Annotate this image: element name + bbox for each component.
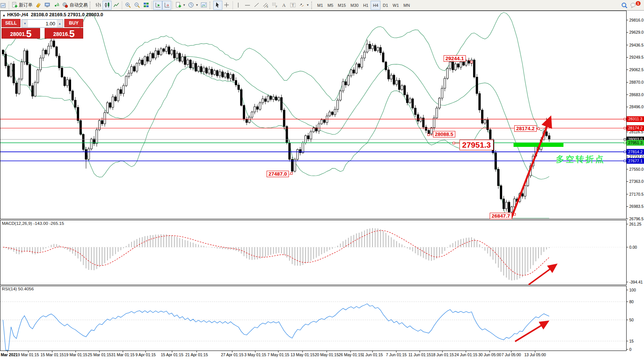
svg-text:28496.0: 28496.0 xyxy=(629,104,644,109)
timeframe-m15[interactable]: M15 xyxy=(335,1,348,10)
sell-price[interactable]: 28001.5 xyxy=(2,28,40,39)
indicators-dropdown[interactable] xyxy=(200,1,209,10)
svg-text:100: 100 xyxy=(629,288,636,292)
volume-increase-button[interactable]: ▲ xyxy=(57,20,63,27)
new-order-dropdown-icon xyxy=(175,2,182,8)
tile-windows-button[interactable] xyxy=(141,1,151,10)
charts-button[interactable] xyxy=(0,1,8,10)
separator xyxy=(122,1,122,9)
vertical-line-icon xyxy=(235,2,242,8)
crosshair-button[interactable] xyxy=(222,1,231,10)
timeframe-w1[interactable]: W1 xyxy=(390,1,401,10)
svg-text:20 May 01:15: 20 May 01:15 xyxy=(315,352,339,357)
vertical-line-button[interactable] xyxy=(234,1,243,10)
cursor-button[interactable] xyxy=(213,1,222,10)
svg-text:29816.0: 29816.0 xyxy=(629,18,644,22)
chat-badge: 1 xyxy=(636,1,641,6)
horizontal-line-button[interactable] xyxy=(243,1,252,10)
svg-text:13 Jul 05:00: 13 Jul 05:00 xyxy=(524,352,546,357)
sell-button[interactable]: SELL xyxy=(2,19,20,27)
signals-button[interactable] xyxy=(52,1,61,10)
text-button[interactable]: A xyxy=(279,1,289,10)
svg-text:T: T xyxy=(292,3,294,7)
svg-text:28003.0: 28003.0 xyxy=(628,137,642,142)
equidistant-channel-button[interactable]: E xyxy=(261,1,270,10)
price-callout[interactable]: 28088.5 xyxy=(433,131,455,137)
fibonacci-button[interactable]: F xyxy=(270,1,279,10)
price-callout[interactable]: 27487.0 xyxy=(267,171,289,177)
timeframe-h4[interactable]: H4 xyxy=(371,1,380,10)
price-callout[interactable]: 27951.3 xyxy=(459,140,493,150)
styler-icon xyxy=(35,2,42,8)
autotrading-icon xyxy=(62,2,68,8)
svg-text:0: 0 xyxy=(629,347,632,352)
svg-text:27 Apr 01:15: 27 Apr 01:15 xyxy=(221,352,244,357)
auto-scroll-button[interactable] xyxy=(153,1,162,10)
metaeditor-button[interactable] xyxy=(43,1,52,10)
svg-text:27677.1: 27677.1 xyxy=(628,159,642,163)
svg-text:E: E xyxy=(267,5,268,8)
zoom-in-button[interactable] xyxy=(123,1,132,10)
tile-windows-icon xyxy=(143,2,149,8)
period-dropdown[interactable]: ▼ xyxy=(187,1,200,10)
timeframe-d1[interactable]: D1 xyxy=(380,1,390,10)
trader-note[interactable]: 多空转折点 xyxy=(556,154,605,165)
svg-text:7 Jul 05:00: 7 Jul 05:00 xyxy=(501,352,521,357)
chart-icon: ▲ xyxy=(2,13,6,17)
new-order-button[interactable]: 新订单 xyxy=(10,1,34,10)
svg-text:27737.0: 27737.0 xyxy=(629,154,644,159)
bar-chart-button[interactable] xyxy=(93,1,102,10)
svg-text:29062.5: 29062.5 xyxy=(629,67,644,72)
svg-text:7 May 01:15: 7 May 01:15 xyxy=(267,352,289,357)
buy-button[interactable]: BUY xyxy=(64,19,83,27)
zoom-out-button[interactable] xyxy=(132,1,141,10)
text-label-button[interactable]: T xyxy=(289,1,298,10)
bar-chart-icon xyxy=(95,2,101,8)
metaeditor-icon xyxy=(44,2,51,8)
fibonacci-icon: F xyxy=(272,2,278,8)
volume-decrease-button[interactable]: ▼ xyxy=(22,20,28,27)
price-callout[interactable]: 28174.2 xyxy=(514,125,537,132)
timeframe-mn[interactable]: MN xyxy=(401,1,412,10)
toolbar-grip xyxy=(90,2,92,9)
toolbar-grip xyxy=(209,2,212,9)
chart-canvas[interactable]: 29816.029629.029436.529249.529062.528870… xyxy=(0,0,644,360)
timeframe-h1[interactable]: H1 xyxy=(361,1,371,10)
search-button[interactable] xyxy=(620,1,629,10)
trendline-button[interactable] xyxy=(252,1,261,10)
timeframe-m5[interactable]: M5 xyxy=(325,1,335,10)
svg-text:27170.5: 27170.5 xyxy=(629,192,644,196)
auto-scroll-icon xyxy=(155,2,161,8)
timeframe-m30[interactable]: M30 xyxy=(348,1,361,10)
equidistant-channel-icon: E xyxy=(262,2,269,8)
line-chart-button[interactable] xyxy=(112,1,121,10)
svg-text:27951.3: 27951.3 xyxy=(628,140,642,145)
autotrading-button[interactable]: 自动交易 xyxy=(61,1,89,10)
buy-price[interactable]: 28016.5 xyxy=(45,28,83,39)
candlestick-chart-button[interactable] xyxy=(102,1,112,10)
svg-text:3 May 01:15: 3 May 01:15 xyxy=(244,352,266,357)
svg-text:F: F xyxy=(276,5,277,8)
text-label-icon: T xyxy=(290,2,296,8)
styler-button[interactable] xyxy=(34,1,43,10)
shapes-dropdown[interactable]: ▼ xyxy=(298,1,310,10)
timeframe-m1[interactable]: M1 xyxy=(315,1,325,10)
chat-button[interactable]: 1 xyxy=(629,1,642,10)
zoom-out-icon xyxy=(134,2,140,8)
separator xyxy=(9,1,9,9)
chart-shift-button[interactable] xyxy=(162,1,171,10)
price-callout[interactable]: 29244.1 xyxy=(444,55,466,62)
search-icon xyxy=(621,2,628,9)
volume-spinner: ▼ ▲ xyxy=(22,19,63,28)
svg-text:13 May 01:15: 13 May 01:15 xyxy=(290,352,315,357)
svg-text:9 Mar 01:15: 9 Mar 01:15 xyxy=(18,352,39,357)
signals-icon xyxy=(53,2,60,8)
svg-text:28870.0: 28870.0 xyxy=(629,80,644,84)
cursor-icon xyxy=(214,2,221,8)
svg-text:A: A xyxy=(282,2,286,8)
indicators-dropdown-icon xyxy=(201,2,207,8)
price-callout[interactable]: 26847.7 xyxy=(490,213,512,219)
new-order-dropdown[interactable]: ▼ xyxy=(174,1,187,10)
svg-text:80: 80 xyxy=(629,299,634,304)
volume-input[interactable] xyxy=(28,20,57,27)
